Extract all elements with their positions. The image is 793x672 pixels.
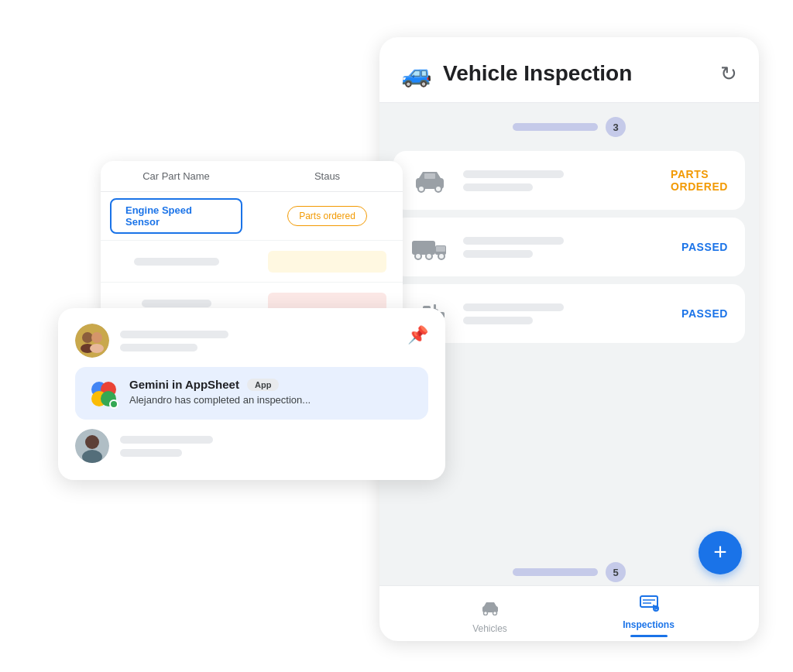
gemini-message: Alejandro has completed an inspection... (129, 394, 414, 406)
svg-point-27 (91, 332, 102, 343)
cell-empty-1 (101, 252, 252, 272)
item-details-truck (463, 237, 668, 258)
svg-point-34 (110, 400, 118, 408)
add-fab-button[interactable]: + (699, 531, 742, 574)
status-parts-ordered: PARTSORDERED (671, 168, 728, 193)
item-line-short (463, 183, 533, 191)
notif-lines-2 (120, 436, 428, 457)
svg-rect-6 (436, 246, 445, 252)
placeholder-line (134, 258, 219, 266)
svg-point-9 (438, 253, 445, 259)
gemini-notif-top: Gemini in AppSheet App (129, 378, 414, 391)
svg-point-19 (483, 611, 487, 615)
inspections-nav-icon (639, 595, 659, 616)
pin-icon[interactable]: 📌 (407, 325, 428, 345)
svg-point-20 (493, 611, 496, 615)
notif-line-b (120, 344, 197, 351)
placeholder-line2 (142, 300, 211, 307)
app-title: Vehicle Inspection (443, 61, 709, 86)
placeholder-yellow (268, 251, 387, 273)
notif-row-1: 📌 (75, 324, 428, 358)
svg-point-1 (418, 186, 424, 192)
cell-parts-ordered: Parts ordered (252, 200, 403, 232)
svg-rect-21 (640, 596, 657, 607)
svg-point-7 (415, 253, 421, 259)
gemini-logo (89, 379, 118, 409)
notif-line-c (120, 436, 213, 444)
table-header: Car Part Name Staus (101, 161, 403, 192)
parts-ordered-badge: Parts ordered (287, 206, 367, 226)
status-passed-tractor: PASSED (681, 307, 728, 320)
vehicles-nav-label: Vehicles (472, 623, 507, 634)
notif-lines-1 (120, 331, 396, 351)
inspection-item-car[interactable]: PARTSORDERED (393, 151, 745, 210)
car-icon (410, 167, 449, 194)
inspection-item-truck[interactable]: PASSED (393, 218, 745, 276)
table-row-2[interactable] (101, 241, 403, 283)
item-line-short3 (463, 317, 533, 324)
item-line-long3 (463, 303, 564, 311)
gemini-name: Gemini in AppSheet (129, 378, 239, 391)
item-details-tractor (463, 303, 668, 324)
engine-speed-sensor-label: Engine Speed Sensor (110, 198, 242, 234)
user-avatar-2 (75, 429, 109, 463)
top-pagination: 3 (379, 103, 759, 145)
notification-card: 📌 Gemini in AppSheet App Alejandro has c… (58, 308, 445, 480)
svg-rect-4 (412, 241, 435, 255)
car-emoji: 🚙 (401, 59, 432, 88)
pagination-line (513, 123, 598, 131)
table-body: Engine Speed Sensor Parts ordered (101, 192, 403, 324)
app-header: 🚙 Vehicle Inspection ↻ (379, 37, 759, 103)
pagination-line2 (513, 568, 598, 576)
cell-engine-sensor: Engine Speed Sensor (101, 192, 252, 240)
nav-underline (630, 635, 668, 637)
svg-point-26 (82, 332, 93, 343)
table-card: Car Part Name Staus Engine Speed Sensor … (101, 161, 403, 324)
app-badge: App (247, 379, 279, 391)
svg-point-2 (435, 186, 441, 192)
item-details-car (463, 170, 657, 191)
svg-point-36 (85, 435, 99, 449)
status-passed-truck: PASSED (681, 241, 728, 253)
item-line-short2 (463, 250, 533, 258)
notif-line-d (120, 449, 182, 457)
vehicles-nav-icon (481, 598, 499, 620)
refresh-icon[interactable]: ↻ (720, 62, 737, 86)
truck-icon (410, 233, 449, 261)
svg-rect-3 (424, 173, 435, 179)
pagination-badge: 3 (606, 117, 626, 137)
svg-point-25 (75, 324, 109, 358)
col-status-header: Staus (252, 170, 403, 182)
gemini-notification[interactable]: Gemini in AppSheet App Alejandro has com… (75, 367, 428, 420)
cell-empty-2 (252, 245, 403, 279)
user-avatar-1 (75, 324, 109, 358)
bottom-nav: Vehicles Inspections (379, 585, 759, 641)
item-line-long2 (463, 237, 564, 245)
col-carpart-header: Car Part Name (101, 170, 252, 182)
notif-line-a (120, 331, 228, 338)
svg-point-29 (90, 344, 104, 353)
nav-inspections[interactable]: Inspections (569, 590, 728, 637)
inspections-nav-label: Inspections (623, 619, 675, 630)
item-line-long (463, 170, 564, 178)
nav-vehicles[interactable]: Vehicles (410, 594, 569, 634)
plus-icon: + (713, 540, 727, 564)
gemini-notif-content: Gemini in AppSheet App Alejandro has com… (129, 378, 414, 406)
table-row-1[interactable]: Engine Speed Sensor Parts ordered (101, 192, 403, 241)
svg-point-8 (426, 253, 432, 259)
inspection-item-tractor[interactable]: PASSED (393, 284, 745, 343)
pagination-badge2: 5 (606, 562, 626, 582)
notif-row-2 (75, 429, 428, 463)
